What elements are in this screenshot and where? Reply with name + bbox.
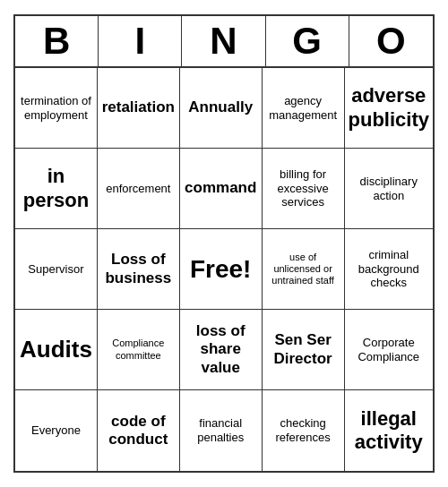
bingo-cell: enforcement <box>98 149 180 229</box>
bingo-cell: criminal background checks <box>345 229 433 310</box>
bingo-cell: use of unlicensed or untrained staff <box>263 229 345 310</box>
bingo-cell: loss of share value <box>180 310 263 390</box>
header-letter: B <box>15 16 99 66</box>
bingo-cell: Supervisor <box>15 229 98 310</box>
bingo-card: BINGO termination of employmentretaliati… <box>13 14 435 473</box>
bingo-cell: in person <box>15 149 98 229</box>
bingo-cell: Sen Ser Director <box>263 310 345 390</box>
bingo-cell: termination of employment <box>15 68 98 149</box>
bingo-cell: code of conduct <box>98 390 180 471</box>
bingo-cell: agency management <box>263 68 345 149</box>
bingo-header: BINGO <box>15 16 433 68</box>
header-letter: G <box>266 16 349 66</box>
bingo-cell: adverse publicity <box>345 68 433 149</box>
bingo-cell: Audits <box>15 310 98 390</box>
bingo-cell: billing for excessive services <box>263 149 345 229</box>
bingo-cell: Loss of business <box>98 229 180 310</box>
bingo-grid: termination of employmentretaliationAnnu… <box>15 68 433 471</box>
bingo-cell: retaliation <box>98 68 180 149</box>
header-letter: O <box>349 16 433 66</box>
bingo-cell: Everyone <box>15 390 98 471</box>
bingo-cell: Annually <box>180 68 263 149</box>
bingo-cell: Compliance committee <box>98 310 180 390</box>
bingo-cell: financial penalties <box>180 390 263 471</box>
bingo-cell: command <box>180 149 263 229</box>
bingo-cell: disciplinary action <box>345 149 433 229</box>
bingo-cell: Corporate Compliance <box>345 310 433 390</box>
header-letter: N <box>182 16 265 66</box>
bingo-cell: checking references <box>263 390 345 471</box>
bingo-cell: Free! <box>180 229 263 310</box>
bingo-cell: illegal activity <box>345 390 433 471</box>
header-letter: I <box>99 16 182 66</box>
